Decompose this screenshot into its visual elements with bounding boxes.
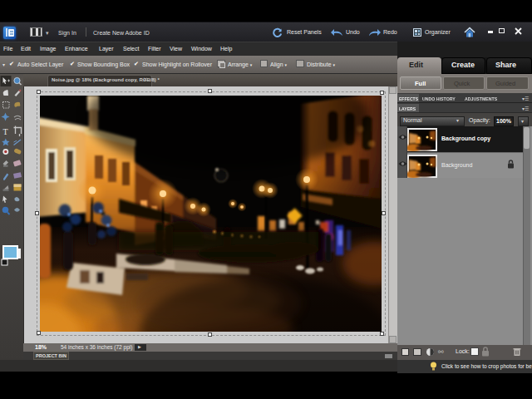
svg-text:T: T <box>3 127 8 136</box>
